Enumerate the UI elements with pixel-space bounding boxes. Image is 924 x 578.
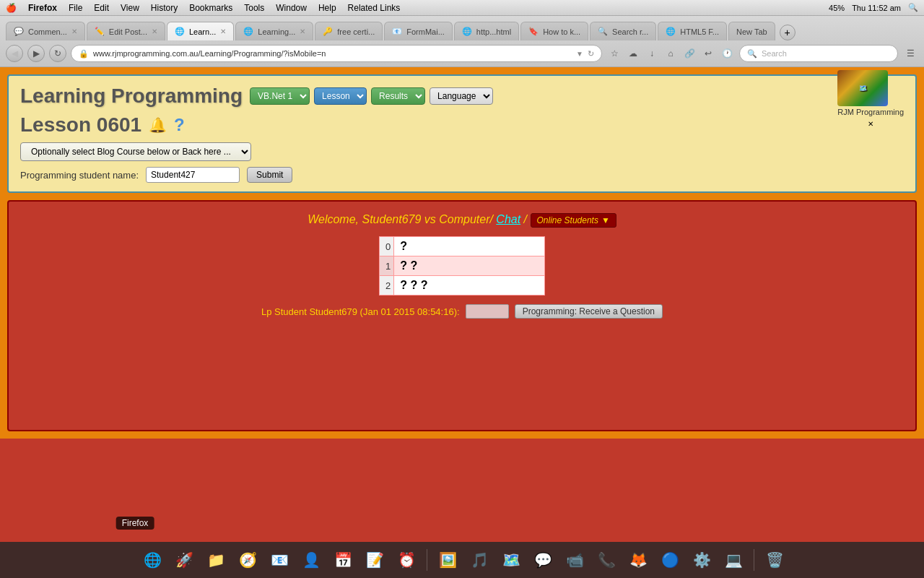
- tab-learn-active[interactable]: 🌐 Learn... ✕: [167, 22, 234, 40]
- language-dropdown[interactable]: Language: [430, 87, 493, 105]
- cloud-icon[interactable]: ☁: [625, 46, 641, 61]
- online-students-btn[interactable]: Online Students ▼: [531, 213, 616, 228]
- link-icon[interactable]: 🔗: [681, 46, 697, 61]
- dropdown-arrow-icon: ▼: [601, 215, 610, 225]
- tab-close-btn[interactable]: ✕: [300, 27, 305, 35]
- back-button[interactable]: ◀: [6, 45, 23, 62]
- dock-chrome[interactable]: 🔵: [655, 545, 684, 574]
- apple-menu[interactable]: 🍎: [6, 3, 17, 13]
- lesson-dropdown[interactable]: Lesson: [314, 87, 367, 105]
- tab-how-to[interactable]: 🔖 How to k...: [520, 22, 588, 40]
- help-icon[interactable]: ?: [174, 115, 185, 135]
- menu-bar: 🍎 Firefox File Edit View History Bookmar…: [0, 0, 924, 16]
- tab-http-html[interactable]: 🌐 http...html: [454, 22, 519, 40]
- tab-close-btn[interactable]: ✕: [71, 27, 77, 35]
- learning-box: Learning Programming VB.Net 1 Lesson Res…: [7, 74, 917, 193]
- search-bar[interactable]: 🔍 Search: [739, 45, 898, 62]
- menu-bookmarks[interactable]: Bookmarks: [189, 3, 232, 13]
- bell-icon[interactable]: 🔔: [149, 116, 167, 134]
- dock-skype[interactable]: 📞: [592, 545, 621, 574]
- dock-bar: Firefox 🌐 🚀 📁 🧭 📧 👤 📅 📝 ⏰ 🖼️ 🎵 🗺️ 💬 📹 📞 …: [0, 542, 924, 578]
- dock-firefox[interactable]: 🦊: [624, 545, 653, 574]
- dock-mail[interactable]: 📧: [265, 545, 294, 574]
- menu-view[interactable]: View: [121, 3, 139, 13]
- dock-notes[interactable]: 📝: [360, 545, 389, 574]
- menu-window[interactable]: Window: [276, 3, 307, 13]
- table-row: 0 ?: [380, 237, 545, 256]
- bookmark-icon[interactable]: ☆: [606, 46, 622, 61]
- url-bar[interactable]: 🔒 www.rjmprogramming.com.au/Learning/Pro…: [71, 45, 602, 62]
- rjm-logo: 🗺️ RJM Programming ✕: [837, 70, 904, 129]
- tab-favicon: 🌐: [243, 27, 253, 36]
- download-icon[interactable]: ↓: [644, 46, 660, 61]
- tab-html5[interactable]: 🌐 HTML5 F...: [658, 22, 727, 40]
- clock-icon[interactable]: 🕐: [719, 46, 735, 61]
- menu-history[interactable]: History: [151, 3, 178, 13]
- tab-search-r[interactable]: 🔍 Search r...: [590, 22, 656, 40]
- lesson-row: Lesson 0601 🔔 ?: [20, 113, 837, 137]
- results-dropdown[interactable]: Results: [371, 87, 425, 105]
- dropdown-group: VB.Net 1 Lesson Results Language: [250, 87, 493, 105]
- forward-button[interactable]: ▶: [27, 45, 45, 62]
- home-icon[interactable]: ⌂: [663, 46, 679, 61]
- dock-music[interactable]: 🎵: [465, 545, 494, 574]
- search-icon[interactable]: 🔍: [908, 3, 918, 12]
- table-row: 2 ? ? ?: [380, 276, 545, 296]
- rjm-close-btn[interactable]: ✕: [868, 120, 873, 128]
- dock-calendar[interactable]: 📅: [328, 545, 357, 574]
- dock-finder[interactable]: 🌐: [138, 545, 167, 574]
- tab-formmai[interactable]: 📧 FormMai...: [384, 22, 453, 40]
- dock-maps[interactable]: 🗺️: [497, 545, 526, 574]
- tab-commen[interactable]: 💬 Commen... ✕: [6, 22, 85, 40]
- vbnet-dropdown[interactable]: VB.Net 1: [250, 87, 310, 105]
- new-tab-button[interactable]: +: [780, 25, 796, 40]
- reload-button[interactable]: ↻: [49, 45, 66, 62]
- table-row: 1 ? ?: [380, 256, 545, 276]
- app-name[interactable]: Firefox: [28, 3, 57, 13]
- student-row: Programming student name: Submit: [20, 167, 837, 183]
- dock-reminders[interactable]: ⏰: [392, 545, 421, 574]
- tab-new-tab[interactable]: New Tab: [728, 22, 775, 40]
- student-name-input[interactable]: [146, 167, 240, 183]
- tab-favicon: 🌐: [666, 27, 676, 36]
- tab-edit-post[interactable]: ✏️ Edit Post... ✕: [87, 22, 165, 40]
- battery-indicator: 45%: [829, 4, 845, 12]
- tab-favicon: ✏️: [95, 27, 105, 36]
- dock-messages[interactable]: 💬: [528, 545, 557, 574]
- dock-finder2[interactable]: 📁: [201, 545, 230, 574]
- dock-contacts[interactable]: 👤: [297, 545, 326, 574]
- dock-photos[interactable]: 🖼️: [433, 545, 462, 574]
- dock-safari[interactable]: 🧭: [233, 545, 262, 574]
- firefox-label: Firefox: [116, 517, 154, 530]
- tab-label: Edit Post...: [109, 27, 147, 36]
- menu-related-links[interactable]: Related Links: [348, 3, 401, 13]
- tab-favicon: 🔑: [323, 27, 333, 36]
- tab-close-btn[interactable]: ✕: [220, 27, 226, 35]
- tab-favicon: 🔖: [528, 27, 539, 36]
- receive-question-button[interactable]: Programming: Receive a Question: [515, 304, 663, 319]
- row-content-2: ? ? ?: [394, 276, 545, 296]
- submit-button[interactable]: Submit: [247, 167, 292, 183]
- dock-facetime[interactable]: 📹: [560, 545, 589, 574]
- tab-favicon: 📧: [392, 27, 402, 36]
- menu-edit[interactable]: Edit: [94, 3, 109, 13]
- tab-free-certi[interactable]: 🔑 free certi...: [315, 22, 383, 40]
- tab-close-btn[interactable]: ✕: [152, 27, 157, 35]
- back2-icon[interactable]: ↩: [700, 46, 716, 61]
- dock-terminal[interactable]: 💻: [719, 545, 748, 574]
- tab-label: Learning...: [258, 27, 295, 36]
- dock-settings[interactable]: ⚙️: [687, 545, 716, 574]
- tab-bar: 💬 Commen... ✕ ✏️ Edit Post... ✕ 🌐 Learn.…: [0, 16, 924, 40]
- dock-launchpad[interactable]: 🚀: [170, 545, 199, 574]
- dock-trash[interactable]: 🗑️: [760, 545, 789, 574]
- menu-icon[interactable]: ☰: [902, 46, 918, 61]
- tab-favicon: 🌐: [462, 27, 472, 36]
- blog-select[interactable]: Optionally select Blog Course below or B…: [20, 142, 251, 161]
- menu-tools[interactable]: Tools: [244, 3, 264, 13]
- menu-file[interactable]: File: [69, 3, 82, 13]
- chat-link[interactable]: Chat: [496, 213, 520, 225]
- menu-help[interactable]: Help: [318, 3, 336, 13]
- tab-learning[interactable]: 🌐 Learning... ✕: [235, 22, 313, 40]
- tab-label: New Tab: [736, 27, 767, 36]
- lp-answer-input[interactable]: [466, 304, 509, 319]
